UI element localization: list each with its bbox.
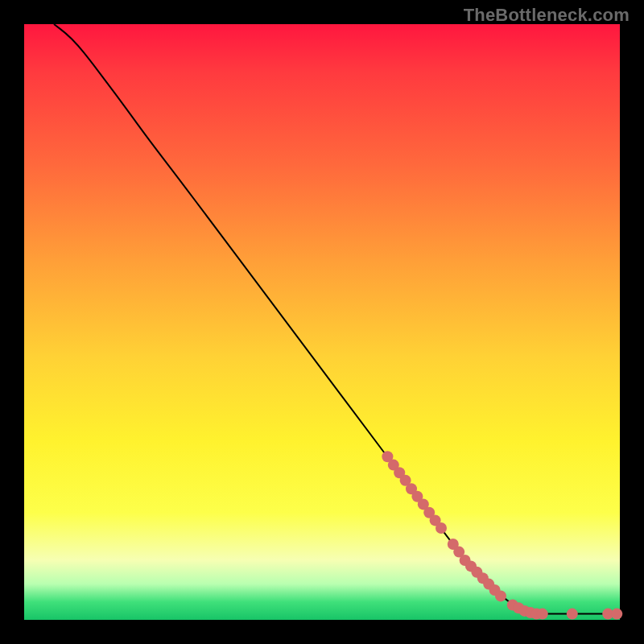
plot-area bbox=[24, 24, 620, 620]
watermark-text: TheBottleneck.com bbox=[464, 5, 630, 26]
data-dot bbox=[495, 590, 506, 601]
chart-frame: TheBottleneck.com bbox=[0, 0, 644, 644]
curve-line bbox=[54, 24, 617, 614]
data-dot bbox=[567, 609, 578, 620]
dots-group bbox=[382, 451, 622, 619]
data-dot bbox=[611, 609, 622, 620]
chart-svg bbox=[24, 24, 620, 620]
data-dot bbox=[436, 522, 447, 534]
data-dot bbox=[537, 609, 548, 620]
